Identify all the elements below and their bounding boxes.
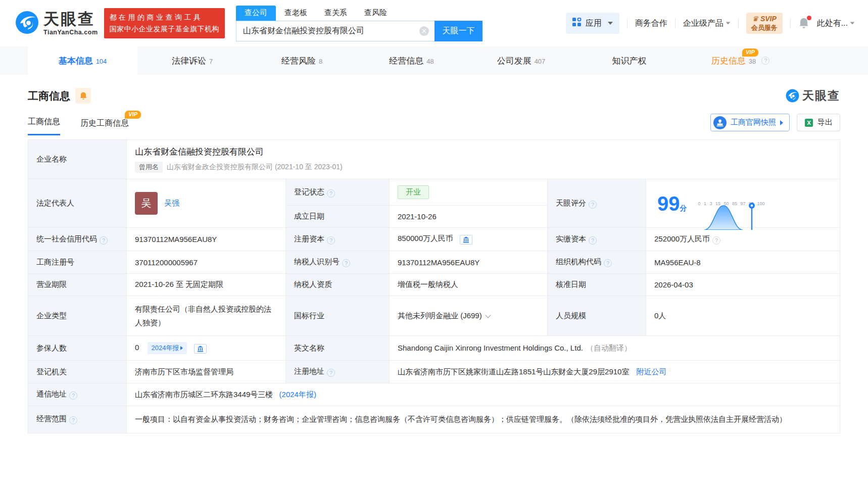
search-tabs: 查公司 查老板 查关系 查风险: [236, 6, 483, 21]
apps-label: 应用: [586, 18, 602, 29]
apps-menu[interactable]: 应用: [566, 13, 619, 34]
field-label: 工商注册号: [28, 251, 127, 274]
field-label: 通信地址?: [28, 383, 127, 406]
top-nav: 应用 商务合作 企业级产品 ♛ SVIP 会员服务 此处有...: [566, 13, 855, 34]
tab-company-development[interactable]: 公司发展407: [466, 46, 576, 75]
top-header: 天眼查 TianYanCha.com 都在用的商业查询工具 国家中小企业发展子基…: [0, 0, 868, 46]
company-name: 山东省财金信融投资控股有限公司: [135, 146, 832, 158]
former-name: 山东省财金政企投资控股有限公司 (2021-10 至 2023-01): [167, 163, 343, 172]
nav-enterprise[interactable]: 企业级产品: [683, 18, 731, 29]
table-row: 企业名称 山东省财金信融投资控股有限公司 曾用名 山东省财金政企投资控股有限公司…: [28, 140, 840, 179]
tianyancha-eye-icon: [786, 89, 799, 103]
subtab-history-registration[interactable]: VIP 历史工商信息: [80, 118, 129, 135]
registration-info-table: 企业名称 山东省财金信融投资控股有限公司 曾用名 山东省财金政企投资控股有限公司…: [28, 139, 840, 433]
clear-search-icon[interactable]: ✕: [419, 26, 429, 36]
tianyancha-logo[interactable]: 天眼查 TianYanCha.com: [15, 11, 98, 36]
help-icon[interactable]: ?: [761, 57, 769, 65]
divider: [738, 18, 739, 28]
help-icon[interactable]: ?: [327, 236, 335, 244]
legal-rep-avatar[interactable]: 吴: [135, 192, 158, 215]
help-icon[interactable]: ?: [69, 392, 77, 400]
notification-bell-icon[interactable]: [798, 17, 809, 29]
field-label: 纳税人识别号?: [286, 251, 390, 274]
tianyancha-watermark: 天眼查: [786, 88, 840, 104]
tab-legal-proceedings[interactable]: 法律诉讼7: [137, 46, 247, 75]
tab-basic-info[interactable]: 基本信息104: [28, 46, 137, 75]
legal-rep-link[interactable]: 吴强: [164, 199, 179, 208]
score-distribution-chart[interactable]: 0131550859799100: [698, 201, 765, 206]
reg-no-cell: 370112000005967: [127, 251, 286, 274]
chevron-down-icon: [726, 22, 730, 24]
mail-address-report-link[interactable]: (2024年报): [279, 390, 316, 399]
mail-address-cell: 山东省济南市历城区二环东路3449号三楼 (2024年报): [127, 383, 840, 406]
search-tab-risk[interactable]: 查风险: [356, 6, 396, 21]
field-label: 法定代表人: [28, 179, 127, 228]
excel-icon: [804, 118, 813, 127]
table-row: 企业类型 有限责任公司（非自然人投资或控股的法人独资） 国标行业 其他未列明金融…: [28, 296, 840, 336]
official-snapshot-button[interactable]: 工商官网快照: [710, 114, 790, 131]
stamp-icon: [713, 116, 727, 129]
field-label: 登记机关: [28, 361, 127, 383]
field-label: 国标行业: [286, 296, 390, 336]
score-cell: 99分 0131550859799100: [646, 179, 840, 228]
chevron-down-icon: [608, 22, 613, 25]
help-icon[interactable]: ?: [589, 201, 597, 209]
help-icon[interactable]: ?: [327, 189, 335, 198]
business-info-section: 工商信息 天眼查 工商信息 VIP 历史工商信息 工商官网快照 导出: [0, 75, 868, 433]
field-label: 企业类型: [28, 296, 127, 336]
capital-history-icon[interactable]: [460, 235, 472, 244]
search-button[interactable]: 天眼一下: [435, 21, 483, 41]
help-icon[interactable]: ?: [327, 369, 335, 377]
auto-translate-note: （自动翻译）: [586, 344, 632, 352]
nav-account-more[interactable]: 此处有...: [817, 18, 855, 29]
reg-capital-cell: 850000万人民币: [390, 228, 548, 251]
help-icon[interactable]: ?: [69, 416, 77, 424]
taxpayer-quality-cell: 增值税一般纳税人: [390, 274, 548, 296]
chevron-down-icon[interactable]: [485, 312, 491, 318]
insured-history-icon[interactable]: [194, 344, 207, 354]
reg-authority-cell: 济南市历下区市场监督管理局: [127, 361, 286, 383]
nav-cooperation[interactable]: 商务合作: [635, 18, 667, 29]
brand-domain: TianYanCha.com: [43, 29, 98, 36]
table-row: 法定代表人 吴 吴强 登记状态? 开业 天眼评分? 99分: [28, 179, 840, 206]
monitor-bell-icon[interactable]: [75, 88, 91, 104]
staff-size-cell: 0人: [646, 296, 840, 336]
tab-business-info[interactable]: 经营信息48: [357, 46, 466, 75]
search-input[interactable]: [236, 21, 435, 41]
score-unit: 分: [680, 204, 687, 212]
table-row: 经营范围? 一般项目：以自有资金从事投资活动；财务咨询；企业管理咨询；信息咨询服…: [28, 406, 840, 433]
search-tab-boss[interactable]: 查老板: [276, 6, 316, 21]
help-icon[interactable]: ?: [342, 259, 350, 267]
annual-report-link[interactable]: 2024年报: [148, 342, 187, 354]
table-row: 参保人数 0 2024年报 英文名称 Shandong Caijin Xinro…: [28, 336, 840, 361]
field-label: 注册地址?: [286, 361, 390, 383]
tianyancha-eye-icon: [15, 11, 39, 36]
tab-operating-risk[interactable]: 经营风险8: [247, 46, 357, 75]
field-label: 参保人数: [28, 336, 127, 361]
tab-intellectual-property[interactable]: 知识产权: [576, 46, 686, 75]
score-value: 99: [657, 192, 680, 215]
svip-member-button[interactable]: ♛ SVIP 会员服务: [746, 13, 783, 34]
search-tab-company[interactable]: 查公司: [236, 6, 276, 21]
notification-dot: [807, 16, 811, 20]
business-scope-cell: 一般项目：以自有资金从事投资活动；财务咨询；企业管理咨询；信息咨询服务（不含许可…: [127, 406, 840, 433]
subtab-business-registration[interactable]: 工商信息: [28, 117, 60, 135]
brand-name: 天眼查: [43, 11, 98, 27]
reg-address-cell: 山东省济南市历下区姚家街道山左路1851号山东财金大厦29层2910室 附近公司: [390, 361, 840, 383]
field-label: 人员规模: [548, 296, 646, 336]
divider: [790, 18, 791, 28]
slogan-line1: 都在用的商业查询工具: [110, 12, 220, 23]
help-icon[interactable]: ?: [604, 259, 612, 267]
help-icon[interactable]: ?: [589, 236, 597, 244]
chevron-down-icon: [850, 22, 855, 24]
nearby-companies-link[interactable]: 附近公司: [637, 367, 667, 376]
table-row: 工商注册号 370112000005967 纳税人识别号? 91370112MA…: [28, 251, 840, 274]
search-tab-relation[interactable]: 查关系: [316, 6, 356, 21]
help-icon[interactable]: ?: [712, 236, 720, 244]
export-button[interactable]: 导出: [797, 114, 840, 131]
help-icon[interactable]: ?: [100, 236, 108, 244]
tab-history-info[interactable]: VIP 历史信息38 ?: [686, 46, 795, 75]
field-label: 登记状态?: [286, 179, 390, 206]
field-label: 天眼评分?: [548, 179, 646, 228]
arrow-right-icon: [180, 346, 183, 350]
